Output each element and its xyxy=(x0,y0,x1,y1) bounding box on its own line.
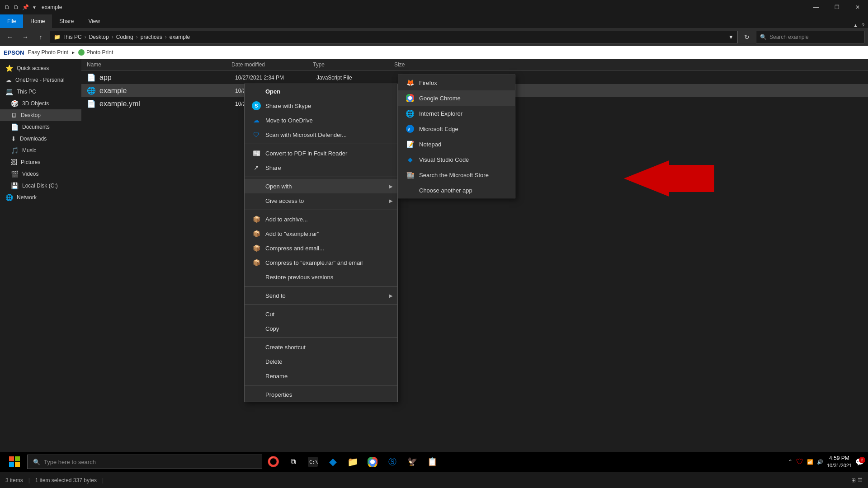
taskbar-chrome[interactable] xyxy=(363,452,382,472)
sidebar-label-3d-objects: 3D Objects xyxy=(22,100,49,107)
taskbar-search-icon: 🔍 xyxy=(33,459,40,465)
sidebar-item-desktop[interactable]: 🖥 Desktop xyxy=(0,109,81,121)
refresh-button[interactable]: ↻ xyxy=(741,31,753,43)
context-menu: Open S Share with Skype ☁ Move to OneDri… xyxy=(244,84,398,402)
forward-button[interactable]: → xyxy=(19,31,32,43)
cm-sep-2 xyxy=(245,177,397,177)
cm-copy[interactable]: Copy xyxy=(245,321,397,336)
taskbar-onenote[interactable]: 📋 xyxy=(423,452,441,472)
status-bar: 3 items | 1 item selected 337 bytes | ⊞ … xyxy=(0,472,868,488)
cm-create-shortcut[interactable]: Create shortcut xyxy=(245,340,397,354)
taskbar-explorer[interactable]: 📁 xyxy=(344,452,362,472)
maximize-button[interactable]: ❐ xyxy=(826,0,847,14)
back-button[interactable]: ← xyxy=(4,31,16,43)
column-size[interactable]: Size xyxy=(394,61,439,68)
sidebar-item-onedrive[interactable]: ☁ OneDrive - Personal xyxy=(0,74,81,86)
sm-ie[interactable]: 🌐 Internet Explorer xyxy=(398,106,515,121)
taskbar-teams[interactable]: 🦅 xyxy=(403,452,421,472)
search-box[interactable]: 🔍 Search example xyxy=(756,31,864,43)
sm-firefox[interactable]: 🦊 Firefox xyxy=(398,75,515,90)
close-button[interactable]: ✕ xyxy=(847,0,868,14)
sm-edge[interactable]: e Microsoft Edge xyxy=(398,121,515,136)
tab-file[interactable]: File xyxy=(0,14,23,28)
cm-open-with[interactable]: Open with xyxy=(245,179,397,193)
ribbon-collapse-button[interactable]: ▲ xyxy=(853,23,858,28)
cm-convert-pdf[interactable]: 📰 Convert to PDF in Foxit Reader xyxy=(245,146,397,160)
sm-store[interactable]: 🏬 Search the Microsoft Store xyxy=(398,167,515,183)
cm-delete-icon xyxy=(252,357,261,366)
cm-compress-email[interactable]: 📦 Compress and email... xyxy=(245,241,397,255)
taskbar-task-view[interactable]: ⧉ xyxy=(284,452,302,472)
address-segment-example[interactable]: example xyxy=(170,34,190,40)
cm-move-onedrive[interactable]: ☁ Move to OneDrive xyxy=(245,113,397,127)
cm-cut[interactable]: Cut xyxy=(245,307,397,321)
address-bar[interactable]: 📁 This PC › Desktop › Coding › practices… xyxy=(50,31,738,43)
column-type[interactable]: Type xyxy=(313,61,394,68)
sm-ie-label: Internet Explorer xyxy=(419,110,462,117)
ribbon-tabs: File Home Share View ▲ ? xyxy=(0,14,868,28)
sidebar-item-music[interactable]: 🎵 Music xyxy=(0,145,81,156)
address-segment-coding[interactable]: Coding xyxy=(116,34,133,40)
address-segment-desktop[interactable]: Desktop xyxy=(89,34,109,40)
sidebar-item-pictures[interactable]: 🖼 Pictures xyxy=(0,156,81,168)
cm-add-rar[interactable]: 📦 Add to "example.rar" xyxy=(245,226,397,241)
sidebar-item-videos[interactable]: 🎬 Videos xyxy=(0,168,81,180)
sidebar-item-quick-access[interactable]: ⭐ Quick access xyxy=(0,62,81,74)
cm-delete[interactable]: Delete xyxy=(245,354,397,369)
sm-choose-another[interactable]: Choose another app xyxy=(398,183,515,198)
sm-vscode[interactable]: ◆ Visual Studio Code xyxy=(398,152,515,167)
address-segment-practices[interactable]: practices xyxy=(141,34,162,40)
taskbar-terminal[interactable]: C:\ xyxy=(304,452,322,472)
address-segment-thispc[interactable]: This PC xyxy=(62,34,82,40)
cm-rename[interactable]: Rename xyxy=(245,369,397,383)
cm-add-archive[interactable]: 📦 Add to archive... xyxy=(245,212,397,226)
firefox-icon: 🦊 xyxy=(406,78,415,87)
column-date[interactable]: Date modified xyxy=(231,61,313,68)
view-tiles-button[interactable]: ⊞ xyxy=(851,477,856,483)
cm-sep-1 xyxy=(245,144,397,144)
view-buttons: ⊞ ☰ xyxy=(851,477,863,483)
cm-convert-pdf-label: Convert to PDF in Foxit Reader xyxy=(265,150,347,157)
cm-give-access[interactable]: Give access to xyxy=(245,193,397,208)
sidebar-item-this-pc[interactable]: 💻 This PC xyxy=(0,86,81,98)
cm-restore[interactable]: Restore previous versions xyxy=(245,270,397,284)
cm-share-skype[interactable]: S Share with Skype xyxy=(245,99,397,113)
start-button[interactable] xyxy=(4,452,25,472)
sm-choose-another-label: Choose another app xyxy=(419,187,472,194)
tab-home[interactable]: Home xyxy=(23,14,52,28)
svg-rect-6 xyxy=(9,456,14,461)
address-dropdown-icon[interactable]: ▼ xyxy=(728,34,734,40)
cm-compress-rar-email[interactable]: 📦 Compress to "example.rar" and email xyxy=(245,255,397,270)
epson-separator: ▸ xyxy=(72,49,75,56)
ribbon-help-button[interactable]: ? xyxy=(862,23,864,28)
cm-sep-7 xyxy=(245,385,397,385)
cm-share[interactable]: ↗ Share xyxy=(245,160,397,175)
taskbar-notification-icon[interactable]: 💬 2 xyxy=(855,458,864,466)
cm-properties[interactable]: Properties xyxy=(245,387,397,402)
tab-view[interactable]: View xyxy=(81,14,107,28)
minimize-button[interactable]: — xyxy=(806,0,826,14)
taskbar-vscode[interactable]: ◆ xyxy=(324,452,342,472)
epson-easy-photo[interactable]: Easy Photo Print xyxy=(28,49,68,56)
cm-scan-defender[interactable]: 🛡 Scan with Microsoft Defender... xyxy=(245,127,397,142)
view-list-button[interactable]: ☰ xyxy=(858,477,863,483)
clock[interactable]: 4:59 PM 10/31/2021 xyxy=(827,455,852,469)
column-name[interactable]: Name xyxy=(87,61,231,68)
sidebar-item-local-disk[interactable]: 💾 Local Disk (C:) xyxy=(0,180,81,192)
sidebar-item-documents[interactable]: 📄 Documents xyxy=(0,121,81,133)
file-icon-1: 🗋 xyxy=(4,4,11,11)
tab-share[interactable]: Share xyxy=(52,14,81,28)
cm-open[interactable]: Open xyxy=(245,84,397,99)
sidebar-item-network[interactable]: 🌐 Network xyxy=(0,192,81,203)
cm-send-to[interactable]: Send to xyxy=(245,288,397,303)
3d-objects-icon: 🎲 xyxy=(11,100,19,107)
sm-notepad[interactable]: 📝 Notepad xyxy=(398,136,515,152)
sidebar-item-downloads[interactable]: ⬇ Downloads xyxy=(0,133,81,145)
taskbar-edge[interactable]: Ⓢ xyxy=(383,452,401,472)
taskbar-cortana[interactable]: ⭕ xyxy=(264,452,282,472)
svg-text:C:\: C:\ xyxy=(309,459,318,465)
up-button[interactable]: ↑ xyxy=(34,31,47,43)
taskbar-search[interactable]: 🔍 Type here to search xyxy=(27,455,262,469)
sidebar-item-3d-objects[interactable]: 🎲 3D Objects xyxy=(0,98,81,109)
sm-chrome[interactable]: Google Chrome xyxy=(398,90,515,106)
